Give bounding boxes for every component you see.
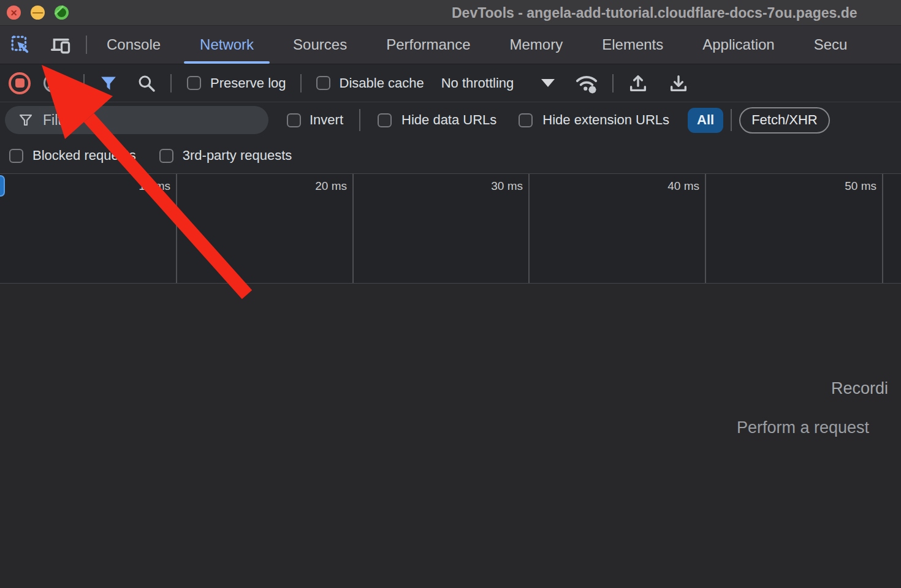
network-overview-timeline[interactable]: 10 ms 20 ms 30 ms 40 ms 50 ms bbox=[0, 174, 901, 284]
export-har-button[interactable] bbox=[667, 72, 690, 94]
record-network-log-button[interactable] bbox=[9, 72, 31, 94]
search-icon bbox=[137, 74, 156, 93]
request-type-fetch-xhr-chip[interactable]: Fetch/XHR bbox=[739, 107, 830, 134]
tab-console[interactable]: Console bbox=[87, 26, 180, 64]
tick-label: 50 ms bbox=[845, 179, 876, 193]
tab-elements[interactable]: Elements bbox=[582, 26, 683, 64]
tick-label: 10 ms bbox=[139, 179, 170, 193]
close-window-button[interactable]: ✕ bbox=[7, 6, 21, 20]
gridline-10ms bbox=[176, 174, 177, 283]
tick-label: 20 ms bbox=[315, 179, 347, 193]
gridline-50ms bbox=[882, 174, 883, 283]
throttling-caret-icon[interactable] bbox=[541, 79, 555, 87]
minimize-icon: — bbox=[32, 7, 43, 18]
devtools-tabbar: Console Network Sources Performance Memo… bbox=[0, 26, 901, 64]
gridline-20ms bbox=[352, 174, 354, 283]
tab-security[interactable]: Secu bbox=[794, 26, 867, 64]
hide-data-urls-checkbox[interactable] bbox=[378, 113, 392, 127]
invert-checkbox[interactable] bbox=[287, 113, 301, 127]
tick-label: 30 ms bbox=[491, 179, 523, 193]
tab-memory[interactable]: Memory bbox=[490, 26, 583, 64]
disable-cache-checkbox[interactable] bbox=[316, 76, 330, 90]
filter-funnel-icon bbox=[18, 113, 33, 127]
hide-extension-urls-checkbox[interactable] bbox=[519, 113, 533, 127]
device-toolbar-icon bbox=[50, 34, 72, 56]
third-party-requests-checkbox[interactable] bbox=[159, 149, 173, 163]
clear-icon bbox=[47, 77, 58, 88]
toggle-device-toolbar-button[interactable] bbox=[48, 32, 74, 58]
import-har-button[interactable] bbox=[627, 72, 649, 94]
record-icon bbox=[15, 78, 25, 88]
titlebar: ✕ — DevTools - angela-add-tutorial.cloud… bbox=[0, 0, 901, 26]
inspect-cursor-icon bbox=[10, 34, 31, 55]
search-button[interactable] bbox=[136, 73, 157, 94]
perform-request-message: Perform a request bbox=[737, 418, 869, 437]
network-log-empty-area: Recordi Perform a request bbox=[0, 284, 901, 587]
hide-data-urls-label: Hide data URLs bbox=[401, 112, 496, 128]
network-conditions-button[interactable] bbox=[573, 71, 600, 96]
tick-label: 40 ms bbox=[667, 179, 699, 193]
filter-input-pill[interactable] bbox=[5, 106, 268, 134]
funnel-icon bbox=[99, 74, 118, 92]
window-title: DevTools - angela-add-tutorial.cloudflar… bbox=[452, 0, 857, 26]
invert-label: Invert bbox=[310, 112, 343, 128]
upload-icon bbox=[628, 73, 648, 94]
gridline-40ms bbox=[705, 174, 706, 283]
download-icon bbox=[668, 73, 689, 94]
disable-cache-label: Disable cache bbox=[340, 75, 424, 91]
network-toolbar: Preserve log Disable cache No throttling bbox=[0, 64, 901, 102]
throttling-select[interactable]: No throttling bbox=[441, 75, 514, 91]
preserve-log-label: Preserve log bbox=[210, 75, 286, 91]
blocked-requests-label: Blocked requests bbox=[32, 148, 136, 164]
tab-sources[interactable]: Sources bbox=[273, 26, 367, 64]
tab-application[interactable]: Application bbox=[683, 26, 794, 64]
recording-message: Recordi bbox=[831, 379, 888, 398]
tab-performance[interactable]: Performance bbox=[367, 26, 490, 64]
minimize-window-button[interactable]: — bbox=[31, 6, 45, 20]
request-type-all-chip[interactable]: All bbox=[688, 108, 723, 133]
network-conditions-icon bbox=[574, 72, 599, 95]
third-party-requests-label: 3rd-party requests bbox=[183, 148, 292, 164]
close-icon: ✕ bbox=[10, 9, 18, 17]
blocked-requests-checkbox[interactable] bbox=[9, 149, 23, 163]
filter-input[interactable] bbox=[43, 112, 245, 129]
window-controls: ✕ — bbox=[7, 6, 69, 20]
tab-network[interactable]: Network bbox=[180, 26, 273, 64]
inspect-element-button[interactable] bbox=[7, 32, 33, 58]
network-filter-bar: Invert Hide data URLs Hide extension URL… bbox=[0, 102, 901, 174]
gridline-30ms bbox=[528, 174, 530, 283]
preserve-log-checkbox[interactable] bbox=[187, 76, 201, 90]
clear-network-log-button[interactable] bbox=[44, 74, 63, 92]
fullscreen-window-button[interactable] bbox=[55, 6, 69, 20]
hide-extension-urls-label: Hide extension URLs bbox=[542, 112, 669, 128]
overview-drag-handle[interactable] bbox=[0, 175, 5, 197]
devtools-window: ✕ — DevTools - angela-add-tutorial.cloud… bbox=[0, 0, 901, 588]
filter-toggle-button[interactable] bbox=[98, 73, 119, 94]
